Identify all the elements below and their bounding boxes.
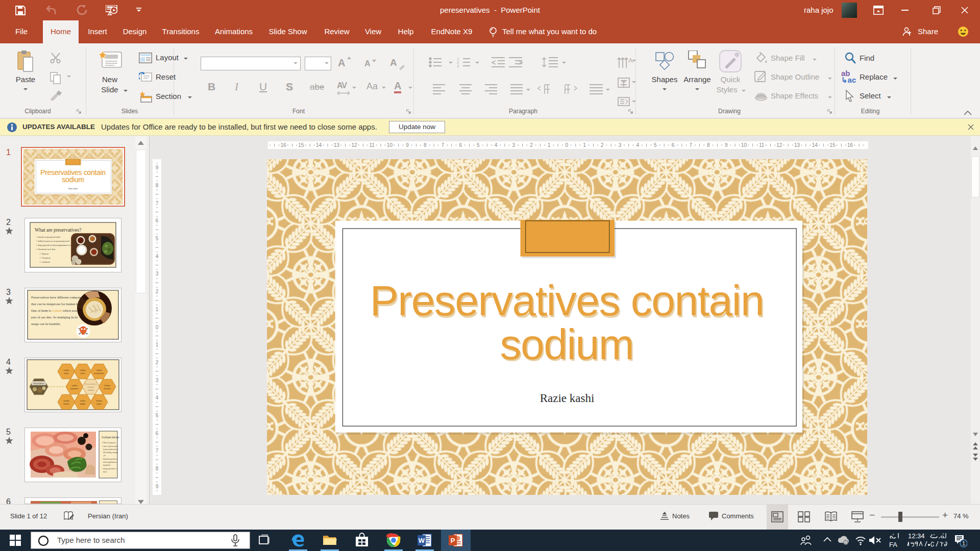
svg-text:What are preservatives?: What are preservatives? — [35, 228, 81, 233]
svg-text:• natural or prepared foods: • natural or prepared foods — [36, 236, 60, 238]
svg-text:✓ Natural: ✓ Natural — [39, 253, 49, 255]
svg-text:part of our diet. So indu: part of our diet. So indulging in its — [31, 315, 78, 319]
svg-text:0: 0 — [156, 324, 159, 330]
svg-text:6: 6 — [156, 218, 159, 223]
svg-text:12: 12 — [351, 142, 357, 148]
svg-text:13: 13 — [334, 142, 340, 148]
svg-text:16: 16 — [847, 142, 853, 148]
svg-text:16: 16 — [281, 142, 287, 148]
svg-text:• along and color of: • along and color of — [102, 468, 117, 470]
svg-text:8: 8 — [707, 142, 710, 148]
svg-text:1: 1 — [583, 142, 586, 148]
svg-text:Preservatives: Preservatives — [34, 383, 44, 385]
svg-text:meat: meat — [103, 471, 107, 473]
svg-text:8: 8 — [156, 183, 159, 188]
svg-text:contain: contain — [88, 386, 94, 388]
svg-text:9: 9 — [406, 142, 409, 148]
svg-text:11: 11 — [759, 142, 765, 148]
svg-text:9: 9 — [156, 484, 159, 489]
svg-text:14: 14 — [812, 142, 818, 148]
svg-text:✓ Chemical: ✓ Chemical — [39, 257, 51, 259]
svg-text:Sodium: Sodium — [63, 400, 69, 402]
svg-text:4: 4 — [156, 254, 159, 259]
svg-text:sodium: sodium — [64, 369, 69, 371]
svg-text:in preservation meat: in preservation meat — [103, 448, 118, 450]
svg-text:• Stomach growth of: • Stomach growth of — [102, 458, 118, 460]
svg-text:9: 9 — [725, 142, 728, 148]
svg-text:1: 1 — [548, 142, 551, 148]
svg-text:5: 5 — [156, 236, 159, 241]
svg-text:5: 5 — [156, 413, 159, 418]
svg-text:12: 12 — [776, 142, 782, 148]
svg-text:sodium: sodium — [500, 320, 634, 368]
svg-text:Preservatives contain: Preservatives contain — [370, 277, 764, 324]
svg-text:sodium: sodium — [80, 400, 86, 402]
svg-text:3: 3 — [156, 378, 159, 383]
svg-text:sodium: sodium — [80, 369, 86, 371]
svg-text:2: 2 — [601, 142, 604, 148]
svg-text:6: 6 — [459, 142, 462, 148]
svg-text:• Chemicals in it that:: • Chemicals in it that: — [36, 248, 56, 251]
svg-text:P: P — [451, 537, 455, 544]
svg-text:W: W — [419, 537, 425, 544]
svg-text:✓ Artificial: ✓ Artificial — [39, 261, 50, 263]
svg-text:Sodium: Sodium — [96, 400, 102, 402]
svg-text:10: 10 — [741, 142, 747, 148]
svg-text:6: 6 — [156, 431, 159, 436]
svg-text:7: 7 — [442, 142, 445, 148]
svg-text:3: 3 — [457, 64, 459, 68]
svg-text:sodium: sodium — [72, 385, 78, 387]
svg-text:14: 14 — [316, 142, 322, 148]
svg-text:11: 11 — [370, 142, 375, 148]
svg-text:Sodium: Sodium — [104, 385, 110, 387]
svg-text:15: 15 — [298, 142, 304, 148]
svg-text:usage can be harmful.: usage can be harmful. — [31, 322, 61, 325]
svg-text:benzoate: benzoate — [104, 388, 110, 390]
svg-text:fluoride: fluoride — [63, 403, 69, 405]
svg-text:A: A — [628, 57, 633, 64]
svg-text:5: 5 — [477, 142, 480, 148]
svg-text:5: 5 — [654, 142, 657, 148]
svg-text:• Am is a preservative: • Am is a preservative — [102, 445, 118, 447]
svg-text:Sodium nitrate: Sodium nitrate — [102, 436, 119, 439]
svg-text:• Added in process of prepari: • Added in process of preparing food — [36, 240, 70, 242]
svg-text:Razie kashi: Razie kashi — [540, 392, 595, 405]
svg-text:harmful it: harmful it — [103, 464, 110, 466]
svg-text:4: 4 — [156, 395, 159, 400]
svg-text:• Stops growth of microorgani: • Stops growth of microorganisms in food — [36, 244, 74, 246]
svg-text:that can be dangerous for huma: that can be dangerous for human health. — [31, 302, 85, 306]
svg-text:1: 1 — [962, 541, 965, 546]
svg-text:9: 9 — [156, 165, 159, 170]
svg-text:2: 2 — [156, 289, 159, 294]
svg-text:propionate: propionate — [70, 388, 79, 390]
svg-text:3: 3 — [156, 271, 159, 277]
svg-text:metabisulfite: metabisulfite — [94, 372, 104, 374]
svg-text:7: 7 — [156, 201, 159, 206]
svg-text:7: 7 — [690, 142, 693, 148]
svg-text:nitrate: nitrate — [64, 372, 69, 374]
svg-text:1: 1 — [156, 342, 159, 347]
svg-text:sorbate: sorbate — [96, 403, 102, 405]
svg-text:sulphite: sulphite — [80, 403, 86, 405]
svg-text:2: 2 — [530, 142, 533, 148]
svg-text:0: 0 — [566, 142, 569, 148]
svg-text:sodium: sodium — [88, 389, 94, 391]
svg-text:• This is Long text: • This is Long text — [102, 442, 116, 444]
svg-text:6: 6 — [672, 142, 675, 148]
svg-text:8: 8 — [156, 466, 159, 471]
svg-text:3: 3 — [512, 142, 516, 148]
svg-text:sodium: sodium — [96, 369, 102, 371]
svg-text:Preservatives: Preservatives — [85, 383, 97, 385]
svg-text:One of them is sodium which no: One of them is sodium which now is a — [31, 309, 83, 312]
svg-text:8: 8 — [424, 142, 427, 148]
svg-text:2: 2 — [156, 360, 159, 365]
svg-text:3: 3 — [619, 142, 622, 148]
svg-text:13: 13 — [794, 142, 800, 148]
svg-text:microorganisms in: microorganisms in — [103, 461, 117, 463]
svg-text:15: 15 — [829, 142, 836, 148]
svg-text:nitrite: nitrite — [81, 372, 85, 374]
svg-text:4: 4 — [495, 142, 498, 148]
svg-text:4: 4 — [636, 142, 639, 148]
svg-text:10: 10 — [387, 142, 393, 148]
svg-text:1: 1 — [156, 307, 159, 312]
